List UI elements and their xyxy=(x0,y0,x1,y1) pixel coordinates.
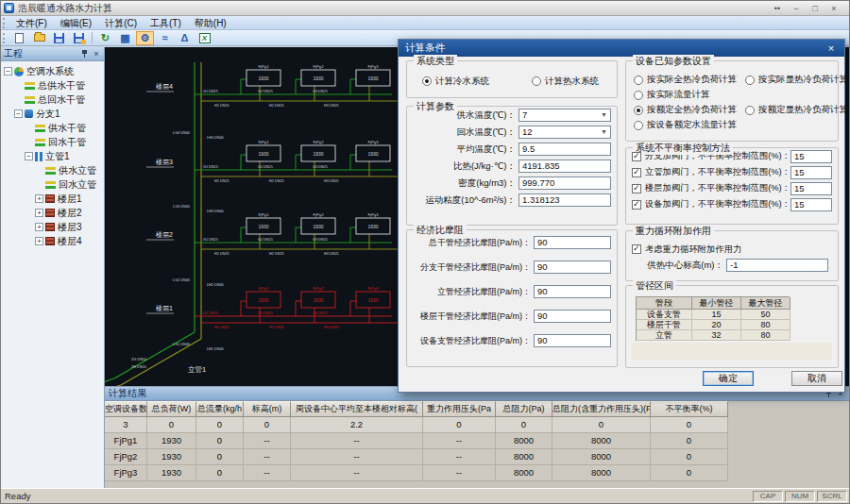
diameter-cell[interactable]: 80 xyxy=(741,320,790,330)
diameter-cell[interactable]: 80 xyxy=(741,330,790,341)
cancel-button[interactable]: 取消 xyxy=(791,371,842,386)
minimize-button[interactable]: − xyxy=(787,4,806,13)
pipe-settings-button[interactable]: ≈ xyxy=(156,31,174,45)
results-column-header[interactable]: 总阻力(含重力作用压头)(Pa xyxy=(552,401,651,417)
ok-button[interactable]: 确定 xyxy=(703,371,754,386)
svg-text:H2 DN25: H2 DN25 xyxy=(269,326,284,329)
results-row[interactable]: FjPg119300------800080000 xyxy=(105,433,849,449)
diameter-cell[interactable]: 楼层干管 xyxy=(637,320,692,330)
results-column-header[interactable]: 标高(m) xyxy=(244,401,291,417)
tree-item-riser1[interactable]: −立管1 xyxy=(1,149,104,163)
tree-item-main-supply[interactable]: 总供水干管 xyxy=(1,78,104,92)
diameter-cell[interactable]: 32 xyxy=(692,330,741,341)
results-column-header[interactable]: 总阻力(Pa) xyxy=(496,401,552,417)
tree-item-supply-riser[interactable]: 供水立管 xyxy=(1,163,104,177)
results-row[interactable]: 30002.20000 xyxy=(105,417,849,433)
results-row[interactable]: FjPg219300------800080000 xyxy=(105,449,849,465)
viscosity-input[interactable]: 1.318123 xyxy=(518,193,611,207)
export-excel-button[interactable]: X xyxy=(196,31,213,45)
menu-edit[interactable]: 编辑(E) xyxy=(54,16,98,29)
branch-friction-input[interactable]: 90 xyxy=(534,260,611,274)
results-column-header[interactable]: 周设备中心平均至本楼相对标高( xyxy=(291,401,423,417)
project-panel-header[interactable]: 工程 × xyxy=(1,47,104,61)
tree-item-main-return[interactable]: 总回水干管 xyxy=(1,92,104,107)
diameter-cell[interactable]: 立管 xyxy=(637,330,692,341)
leveling-button[interactable]: Δ xyxy=(176,31,194,45)
floor-range-input[interactable]: 15 xyxy=(790,182,832,195)
radio-rated-total-load[interactable]: 按额定全热冷负荷计算 xyxy=(634,104,745,116)
diameter-cell[interactable]: 15 xyxy=(692,310,741,320)
close-button[interactable]: × xyxy=(824,4,843,13)
radio-actual-sensible-load[interactable]: 按实际显热冷负荷计算 xyxy=(745,74,848,86)
radio-actual-total-load[interactable]: 按实际全热冷负荷计算 xyxy=(634,74,745,86)
diameter-cell[interactable]: 设备支管 xyxy=(637,310,692,320)
tree-item-floor1[interactable]: +楼层1 xyxy=(1,192,104,206)
branch-range-input[interactable]: 15 xyxy=(790,150,832,163)
tree-item-floor2[interactable]: +楼层2 xyxy=(1,206,104,220)
menu-file[interactable]: 文件(F) xyxy=(9,16,54,29)
radio-rated-sensible-load[interactable]: 按额定显热冷负荷计算 xyxy=(745,104,848,116)
return-temp-select[interactable]: 12▼ xyxy=(518,126,611,139)
checkbox-branch-valve[interactable] xyxy=(632,152,641,161)
new-file-button[interactable] xyxy=(10,31,28,45)
expand-icon[interactable]: + xyxy=(35,209,43,217)
supply-temp-select[interactable]: 7▼ xyxy=(518,109,611,122)
riser-friction-input[interactable]: 90 xyxy=(534,285,611,298)
radio-actual-flow[interactable]: 按实际流量计算 xyxy=(634,89,745,101)
expand-icon[interactable]: + xyxy=(35,194,43,203)
riser-range-input[interactable]: 15 xyxy=(790,166,832,179)
checkbox-gravity-effect[interactable] xyxy=(632,244,641,254)
results-column-header[interactable]: 重力作用压头(Pa xyxy=(423,401,496,417)
tree-item-return-riser[interactable]: 回水立管 xyxy=(1,177,104,192)
tree-item-branch1[interactable]: −分支1 xyxy=(1,107,104,121)
main-friction-input[interactable]: 90 xyxy=(534,236,611,249)
radio-cold-water-system[interactable]: 计算冷水系统 xyxy=(422,76,532,88)
density-input[interactable]: 999.770 xyxy=(518,176,611,190)
collapse-icon[interactable]: − xyxy=(4,67,12,76)
tree-item-floor4[interactable]: +楼层4 xyxy=(1,234,104,248)
scroll-indicator: SCRL xyxy=(817,491,847,502)
avg-temp-input[interactable]: 9.5 xyxy=(518,143,611,156)
save-button[interactable] xyxy=(50,31,68,45)
expand-icon[interactable]: + xyxy=(35,237,43,245)
tree-item-floor3[interactable]: +楼层3 xyxy=(1,220,104,234)
expand-icon[interactable]: + xyxy=(35,223,43,231)
dialog-title-bar[interactable]: 计算条件 × xyxy=(399,40,844,57)
radio-rated-water-flow[interactable]: 按设备额定水流量计算 xyxy=(634,119,745,131)
device-friction-input[interactable]: 90 xyxy=(534,334,611,347)
diameter-cell[interactable]: 20 xyxy=(692,320,741,330)
tree-item-return-main[interactable]: 回水干管 xyxy=(1,135,104,149)
collapse-icon[interactable]: − xyxy=(25,152,33,160)
save-as-button[interactable] xyxy=(70,31,88,45)
more-window-button[interactable]: •• xyxy=(768,4,787,13)
refresh-button[interactable]: ↻ xyxy=(96,31,114,45)
dialog-close-icon[interactable]: × xyxy=(824,42,838,54)
open-file-button[interactable] xyxy=(30,31,48,45)
title-bar[interactable]: 浩辰暖通水路水力计算 •• − □ × xyxy=(1,1,849,16)
pin-icon[interactable] xyxy=(81,49,88,59)
tree-item-supply-main[interactable]: 供水干管 xyxy=(1,121,104,135)
results-column-header[interactable]: 总流量(kg/h xyxy=(196,401,244,417)
heating-center-elev-input[interactable]: -1 xyxy=(726,259,828,272)
checkbox-riser-valve[interactable] xyxy=(632,168,641,177)
radio-hot-water-system[interactable]: 计算热水系统 xyxy=(532,76,599,88)
menu-tools[interactable]: 工具(T) xyxy=(144,16,188,29)
calc-conditions-button[interactable]: ⚙ xyxy=(136,31,154,45)
diameter-cell[interactable]: 50 xyxy=(741,310,790,320)
results-column-header[interactable]: 总负荷(W) xyxy=(147,401,196,417)
checkbox-floor-valve[interactable] xyxy=(632,184,641,193)
panel-close-icon[interactable]: × xyxy=(92,49,101,59)
collapse-icon[interactable]: − xyxy=(14,109,23,118)
menu-calc[interactable]: 计算(C) xyxy=(98,16,144,29)
specific-heat-input[interactable]: 4191.835 xyxy=(518,160,611,173)
project-blocks-button[interactable]: ▦ xyxy=(116,31,134,45)
device-range-input[interactable]: 15 xyxy=(790,198,832,211)
tree-item-system[interactable]: −空调水系统 xyxy=(1,64,104,78)
checkbox-device-valve[interactable] xyxy=(632,200,641,210)
floor-friction-input[interactable]: 90 xyxy=(534,310,611,323)
restore-button[interactable]: □ xyxy=(806,4,824,13)
menu-help[interactable]: 帮助(H) xyxy=(188,16,233,29)
results-column-header[interactable]: 空调设备数量 xyxy=(105,401,147,417)
results-row[interactable]: FjPg319300------800080000 xyxy=(105,465,849,481)
results-column-header[interactable]: 不平衡率(%) xyxy=(651,401,728,417)
